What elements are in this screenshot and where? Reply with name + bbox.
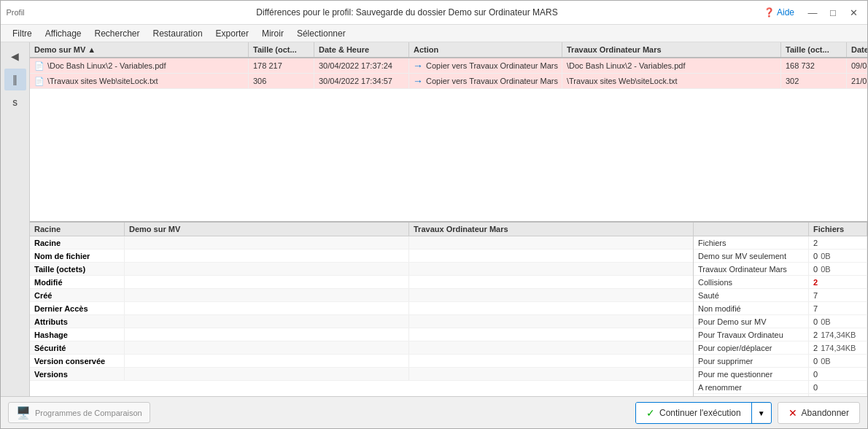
bottom-row[interactable]: Sécurité: [30, 341, 693, 355]
bottom-cell-label: Nom de fichier: [30, 250, 125, 262]
stats-cell-label: Fichiers: [694, 236, 809, 249]
stats-row[interactable]: Sauté 7: [694, 289, 867, 302]
col-taille-right[interactable]: Taille (oct...: [781, 42, 847, 57]
bottom-cell-right: [409, 368, 694, 380]
bottom-cell-label: Version conservée: [30, 355, 125, 367]
stats-cell-label: Pour Demo sur MV: [694, 315, 809, 328]
continue-main-button[interactable]: ✓ Continuer l'exécution: [636, 403, 752, 423]
minimize-button[interactable]: —: [805, 4, 821, 20]
profile-icon[interactable]: Profil: [7, 4, 24, 21]
stats-col-label: [694, 223, 809, 236]
stats-cell-label: Pour supprimer: [694, 355, 809, 367]
bottom-cell-label: Sécurité: [30, 341, 125, 354]
bottom-row[interactable]: Racine: [30, 236, 693, 250]
stats-row[interactable]: Fichiers 2: [694, 236, 867, 250]
table-row[interactable]: 📄 \Doc Bash Linux\2 - Variables.pdf 178 …: [30, 58, 867, 74]
col-travaux-mars[interactable]: Travaux Ordinateur Mars: [562, 42, 781, 57]
stats-row[interactable]: A renommer 0: [694, 381, 867, 394]
menu-affichage[interactable]: Affichage: [39, 27, 88, 40]
bottom-cell-right: [409, 341, 694, 354]
stats-row[interactable]: Non modifié 7: [694, 302, 867, 315]
cell-right-size-1: 168 732: [781, 58, 847, 73]
stats-cell-value: 00B: [809, 263, 867, 275]
bottom-row[interactable]: Hashage: [30, 328, 693, 341]
stats-cell-value: 0: [809, 368, 867, 380]
continue-execution-button[interactable]: ✓ Continuer l'exécution ▼: [635, 402, 772, 424]
stats-row[interactable]: Pour copier/déplacer 2174,34KB: [694, 341, 867, 355]
bottom-row[interactable]: Taille (octets): [30, 263, 693, 276]
content-area: Demo sur MV ▲ Taille (oct... Date & Heur…: [30, 42, 867, 396]
bottom-row[interactable]: Attributs: [30, 315, 693, 328]
close-button[interactable]: ✕: [845, 4, 861, 20]
col-date-right[interactable]: Date & Heure: [847, 42, 867, 57]
menu-filtre[interactable]: Filtre: [7, 27, 38, 40]
cross-icon: ✕: [788, 407, 797, 419]
bottom-section: Racine Demo sur MV Travaux Ordinateur Ma…: [30, 221, 867, 396]
table-header: Demo sur MV ▲ Taille (oct... Date & Heur…: [30, 42, 867, 58]
bottom-cell-left: [125, 263, 409, 275]
col-action[interactable]: Action: [409, 42, 562, 57]
bottom-row[interactable]: Dernier Accès: [30, 302, 693, 315]
menu-miroir[interactable]: Miroir: [256, 27, 290, 40]
stats-row[interactable]: Pour supprimer 00B: [694, 355, 867, 368]
stats-row[interactable]: Collisions 2: [694, 276, 867, 289]
stats-cell-value: 2: [809, 276, 867, 288]
cell-action-2: → Copier vers Travaux Ordinateur Mars: [409, 74, 562, 88]
continue-dropdown-button[interactable]: ▼: [752, 403, 771, 422]
menu-selectionner[interactable]: Sélectionner: [291, 27, 352, 40]
menu-exporter[interactable]: Exporter: [210, 27, 255, 40]
table-body: 📄 \Doc Bash Linux\2 - Variables.pdf 178 …: [30, 58, 867, 221]
stats-row[interactable]: Pour me questionner 0: [694, 368, 867, 381]
window-title: Différences pour le profil: Sauvegarde d…: [50, 7, 764, 18]
chevron-down-icon: ▼: [758, 409, 765, 417]
stats-cell-label: Non modifié: [694, 302, 809, 314]
stats-row[interactable]: Pour Demo sur MV 00B: [694, 315, 867, 328]
bottom-cell-left: [125, 328, 409, 341]
stats-cell-label: Demo sur MV seulement: [694, 250, 809, 262]
bottom-row[interactable]: Créé: [30, 289, 693, 302]
stats-panel: Fichiers Fichiers 2 Demo sur MV seulemen…: [694, 223, 867, 396]
help-button[interactable]: ❓ Aide: [764, 7, 794, 18]
stats-row[interactable]: Travaux Ordinateur Mars 00B: [694, 263, 867, 276]
bottom-cell-left: [125, 250, 409, 262]
stats-cell-value: 2174,34KB: [809, 328, 867, 341]
col-demo-mv[interactable]: Demo sur MV ▲: [30, 42, 249, 57]
sidebar-left: ◀ ‖ S: [1, 42, 30, 396]
stats-row[interactable]: Demo sur MV seulement 00B: [694, 250, 867, 263]
bottom-cell-right: [409, 289, 694, 301]
stats-cell-label: Sauté: [694, 289, 809, 301]
abandon-button[interactable]: ✕ Abandonner: [778, 402, 860, 424]
sidebar-pause-icon[interactable]: ‖: [4, 69, 26, 90]
bottom-row[interactable]: Nom de fichier: [30, 250, 693, 263]
stats-cell-value: 2: [809, 236, 867, 249]
col-date-left[interactable]: Date & Heure: [314, 42, 409, 57]
bottom-rows: Racine Nom de fichier Taille (octets) Mo…: [30, 236, 693, 381]
cell-left-file-2: 📄 \Travaux sites Web\siteLock.txt: [30, 74, 249, 88]
col-taille-left[interactable]: Taille (oct...: [249, 42, 314, 57]
sidebar-back-icon[interactable]: ◀: [4, 45, 26, 67]
help-icon: ❓: [764, 7, 775, 18]
bottom-cell-label: Versions: [30, 368, 125, 380]
menu-rechercher[interactable]: Rechercher: [89, 27, 146, 40]
bottom-row[interactable]: Modifié: [30, 276, 693, 289]
footer-right: ✓ Continuer l'exécution ▼ ✕ Abandonner: [635, 402, 860, 424]
bottom-cell-label: Taille (octets): [30, 263, 125, 275]
main-window: Profil Différences pour le profil: Sauve…: [0, 0, 868, 429]
table-row[interactable]: 📄 \Travaux sites Web\siteLock.txt 306 30…: [30, 74, 867, 89]
bottom-cell-label: Modifié: [30, 276, 125, 288]
maximize-button[interactable]: □: [825, 4, 841, 20]
bottom-cell-label: Hashage: [30, 328, 125, 341]
cell-right-date-2: 21/08/2020 10:38:28: [847, 74, 867, 88]
bottom-col-demo-mv: Demo sur MV: [125, 223, 409, 236]
bottom-cell-right: [409, 263, 694, 275]
stats-cell-label: Pour copier/déplacer: [694, 341, 809, 354]
bottom-cell-left: [125, 302, 409, 314]
bottom-row[interactable]: Version conservée: [30, 355, 693, 368]
menu-restauration[interactable]: Restauration: [147, 27, 209, 40]
stats-row[interactable]: Pour Travaux Ordinateu 2174,34KB: [694, 328, 867, 341]
cell-left-size-1: 178 217: [249, 58, 314, 73]
bottom-row[interactable]: Versions: [30, 368, 693, 381]
sidebar-s-icon[interactable]: S: [4, 92, 26, 114]
stats-cell-label: A renommer: [694, 381, 809, 393]
programs-comparison-button[interactable]: 🖥️ Programmes de Comparaison: [8, 402, 150, 423]
